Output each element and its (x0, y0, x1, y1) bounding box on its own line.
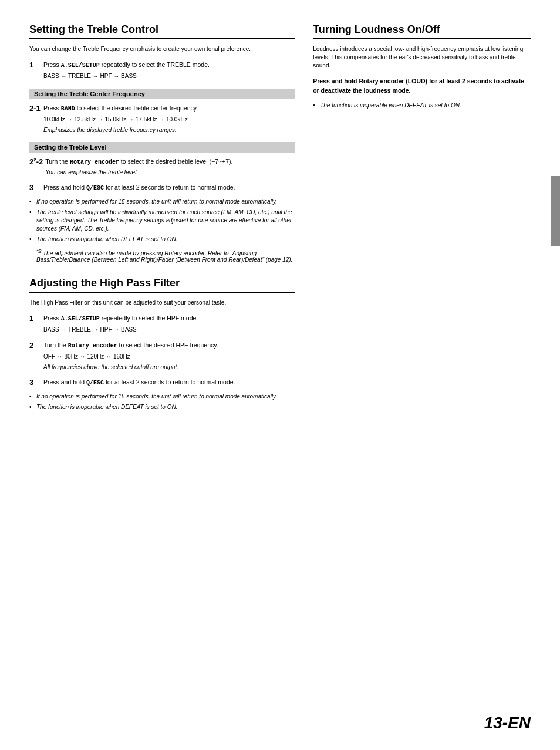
loudness-bullets: The function is inoperable when DEFEAT i… (313, 102, 531, 110)
treble-step2-2: 22-2 Turn the Rotary encoder to select t… (29, 157, 295, 178)
treble-step3: 3 Press and hold Q/ESC for at least 2 se… (29, 183, 295, 193)
treble-step3-text-before: Press and hold (43, 184, 86, 191)
loudness-instruction: Press and hold Rotary encoder (LOUD) for… (313, 77, 531, 96)
treble-step2-2-key: Rotary encoder (70, 158, 119, 165)
treble-step1: 1 Press A.SEL/SETUP repeatedly to select… (29, 60, 295, 83)
treble-sub2-bar: Setting the Treble Level (29, 142, 295, 153)
hpf-step3-content: Press and hold Q/ESC for at least 2 seco… (43, 378, 295, 387)
hpf-step2-content: Turn the Rotary encoder to select the de… (43, 341, 295, 373)
hpf-step1-key: A.SEL/SETUP (61, 315, 100, 322)
treble-step3-text-after: for at least 2 seconds to return to norm… (104, 184, 235, 191)
treble-bullets: If no operation is performed for 15 seco… (29, 198, 295, 244)
treble-step1-key: A.SEL/SETUP (61, 61, 100, 68)
loudness-section: Turning Loudness On/Off Loudness introdu… (313, 23, 531, 110)
treble-bullet-3: The function is inoperable when DEFEAT i… (29, 235, 295, 244)
treble-step1-num: 1 (29, 60, 41, 70)
hpf-step1: 1 Press A.SEL/SETUP repeatedly to select… (29, 314, 295, 336)
treble-title: Setting the Treble Control (29, 23, 295, 39)
treble-step2-1-key: BAND (61, 104, 75, 112)
hpf-bullets: If no operation is performed for 15 seco… (29, 393, 295, 411)
hpf-step2-key: Rotary encoder (68, 342, 117, 349)
hpf-step2: 2 Turn the Rotary encoder to select the … (29, 341, 295, 373)
treble-step2-1-num: 2-1 (29, 104, 41, 114)
hpf-section: Adjusting the High Pass Filter The High … (29, 277, 295, 411)
treble-step2-2-text-before: Turn the (45, 158, 70, 165)
treble-footnote: *2 The adjustment can also be made by pr… (29, 248, 295, 263)
loudness-intro: Loudness introduces a special low- and h… (313, 45, 531, 70)
hpf-step2-text-before: Turn the (43, 342, 68, 349)
hpf-step3: 3 Press and hold Q/ESC for at least 2 se… (29, 378, 295, 388)
hpf-step3-key: Q/ESC (86, 379, 104, 386)
treble-bullet-1: If no operation is performed for 15 seco… (29, 198, 295, 206)
hpf-step1-text-before: Press (43, 315, 61, 322)
hpf-step1-num: 1 (29, 314, 41, 324)
hpf-title: Adjusting the High Pass Filter (29, 277, 295, 293)
treble-section: Setting the Treble Control You can chang… (29, 23, 295, 263)
loudness-bullet-1: The function is inoperable when DEFEAT i… (313, 102, 531, 110)
treble-step3-key: Q/ESC (86, 184, 104, 191)
hpf-step2-num: 2 (29, 341, 41, 351)
hpf-step1-text-after: repeatedly to select the HPF mode. (100, 315, 198, 322)
hpf-bullet-2: The function is inoperable when DEFEAT i… (29, 403, 295, 411)
hpf-step2-flow: OFF ↔ 80Hz ↔ 120Hz ↔ 160Hz (43, 353, 295, 361)
treble-step2-1-note: Emphasizes the displayed treble frequenc… (43, 126, 295, 134)
treble-step2-1-flow: 10.0kHz → 12.5kHz → 15.0kHz → 17.5kHz → … (43, 116, 295, 124)
hpf-step3-text-after: for at least 2 seconds to return to norm… (104, 379, 235, 386)
treble-step2-2-num: 22-2 (29, 157, 43, 167)
treble-step2-2-content: Turn the Rotary encoder to select the de… (45, 157, 295, 178)
left-column: Setting the Treble Control You can chang… (29, 23, 295, 727)
page: Setting the Treble Control You can chang… (0, 0, 560, 750)
page-number: 13-EN (484, 714, 531, 732)
hpf-step3-num: 3 (29, 378, 41, 388)
treble-intro: You can change the Treble Frequency emph… (29, 45, 295, 53)
treble-step3-num: 3 (29, 183, 41, 193)
treble-sub1-bar: Setting the Treble Center Frequency (29, 89, 295, 99)
treble-step2-1-text-before: Press (43, 104, 61, 112)
hpf-step3-text-before: Press and hold (43, 379, 86, 386)
treble-step2-1: 2-1 Press BAND to select the desired tre… (29, 104, 295, 136)
right-column: Turning Loudness On/Off Loudness introdu… (313, 23, 531, 727)
loudness-instruction-text: Press and hold Rotary encoder (LOUD) for… (313, 77, 524, 94)
treble-step1-text-before: Press (43, 61, 61, 68)
treble-step1-flow: BASS → TREBLE → HPF → BASS (43, 72, 295, 80)
treble-step2-2-note: You can emphasize the treble level. (45, 168, 295, 177)
treble-step3-content: Press and hold Q/ESC for at least 2 seco… (43, 183, 295, 192)
treble-step2-2-text-after: to select the desired treble level (−7~+… (119, 158, 233, 165)
side-tab (551, 176, 560, 246)
treble-step1-content: Press A.SEL/SETUP repeatedly to select t… (43, 60, 295, 83)
hpf-step2-text-after: to select the desired HPF frequency. (117, 342, 218, 349)
treble-step2-1-content: Press BAND to select the desired treble … (43, 104, 295, 136)
loudness-title: Turning Loudness On/Off (313, 23, 531, 39)
treble-step1-text-after: repeatedly to select the TREBLE mode. (100, 61, 210, 68)
hpf-step2-note: All frequencies above the selected cutof… (43, 363, 295, 371)
hpf-step1-content: Press A.SEL/SETUP repeatedly to select t… (43, 314, 295, 336)
hpf-step1-flow: BASS → TREBLE → HPF → BASS (43, 326, 295, 334)
hpf-intro: The High Pass Filter on this unit can be… (29, 299, 295, 307)
hpf-bullet-1: If no operation is performed for 15 seco… (29, 393, 295, 401)
treble-step2-1-text-after: to select the desired treble center freq… (75, 104, 198, 112)
treble-bullet-2: The treble level settings will be indivi… (29, 208, 295, 233)
